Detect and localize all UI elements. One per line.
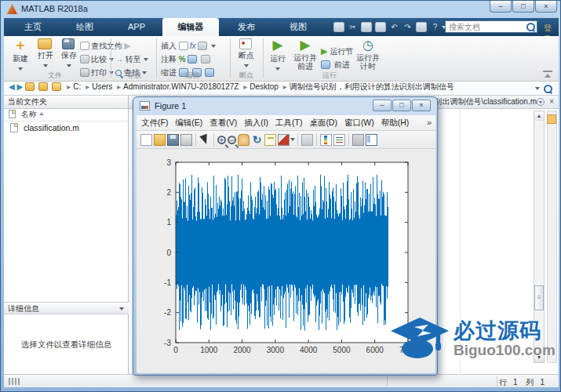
ribbon-collapse-icon[interactable] xyxy=(543,71,552,79)
editor-warning-indicator[interactable] xyxy=(547,114,556,124)
titlebar[interactable]: MATLAB R2018a – □ × xyxy=(1,1,561,18)
zoom-in-icon[interactable]: + xyxy=(217,136,226,144)
run-button[interactable]: ▶ 运行 xyxy=(266,38,290,73)
open-file-icon[interactable] xyxy=(154,134,166,146)
run-icon: ▶ xyxy=(272,38,282,53)
scrollbar-thumb[interactable]: ≡ xyxy=(534,285,544,310)
menu-desktop[interactable]: 桌面(D) xyxy=(309,115,337,130)
close-button[interactable]: × xyxy=(535,1,557,13)
menu-help[interactable]: 帮助(H) xyxy=(381,115,410,130)
tab-publish[interactable]: 发布 xyxy=(220,18,272,36)
figure-menubar: 文件(F) 编辑(E) 查看(V) 插入(I) 工具(T) 桌面(D) 窗口(W… xyxy=(137,115,435,131)
qat-print-icon[interactable] xyxy=(416,22,427,32)
scroll-up-icon[interactable]: ▲ xyxy=(534,111,544,121)
comment-row[interactable]: 注释 % xyxy=(161,53,212,65)
qat-paste-icon[interactable] xyxy=(375,22,386,32)
print-figure-icon[interactable] xyxy=(180,134,192,146)
search-icon[interactable] xyxy=(526,23,535,31)
menu-file[interactable]: 文件(F) xyxy=(141,115,168,130)
show-plot-tools-icon[interactable] xyxy=(366,134,377,146)
breakpoints-button[interactable]: 断点 xyxy=(233,38,260,70)
hide-plot-tools-icon[interactable] xyxy=(352,134,364,146)
name-column-header[interactable]: 名称 xyxy=(4,109,128,122)
current-folder-header[interactable]: 当前文件夹 xyxy=(4,96,128,109)
qat-help-icon[interactable]: ? xyxy=(429,21,441,33)
doc-search-input[interactable]: 搜索文档 xyxy=(445,20,537,33)
editor-tab-menu-icon[interactable] xyxy=(537,98,545,106)
svg-text:4000: 4000 xyxy=(300,346,318,354)
comment-icon[interactable]: % xyxy=(179,55,186,64)
qat-undo-icon[interactable]: ↶ xyxy=(388,21,400,33)
maximize-button[interactable]: □ xyxy=(512,1,534,13)
figure-maximize-button[interactable]: □ xyxy=(392,100,411,111)
svg-text:-1: -1 xyxy=(164,278,171,287)
compare-button[interactable]: 比较 xyxy=(80,53,114,65)
qat-save-icon[interactable] xyxy=(333,22,344,32)
crumb-project-folder[interactable]: 调制信号识别，利用设计的算法识别出调制信号 xyxy=(290,82,454,91)
advance-button[interactable]: 前进 xyxy=(321,59,350,71)
menu-overflow-icon[interactable]: » xyxy=(427,115,432,130)
new-figure-icon[interactable] xyxy=(140,134,152,146)
rotate3d-icon[interactable]: ↻ xyxy=(251,134,263,146)
details-collapse-icon[interactable] xyxy=(119,307,124,310)
figure-titlebar[interactable]: Figure 1 – □ × xyxy=(133,97,437,115)
up-folder-icon[interactable] xyxy=(25,82,35,91)
crumb-users[interactable]: Users xyxy=(92,82,112,91)
wrap-comment-icon[interactable] xyxy=(201,55,210,64)
brush-icon[interactable] xyxy=(278,134,290,146)
data-cursor-icon[interactable] xyxy=(264,134,276,146)
address-bar[interactable]: ◀ ▶ ▸C: ▸Users ▸Administrator.WIN7U-2018… xyxy=(4,82,559,96)
uncomment-icon[interactable] xyxy=(188,55,197,64)
crumb-user[interactable]: Administrator.WIN7U-20180127Z xyxy=(123,82,239,91)
menu-view[interactable]: 查看(V) xyxy=(209,115,237,130)
insert-section-icon[interactable] xyxy=(179,42,188,50)
tab-home[interactable]: 主页 xyxy=(7,18,59,36)
minimize-button[interactable]: – xyxy=(490,1,512,13)
zoom-out-icon[interactable]: − xyxy=(228,136,236,144)
link-plot-icon[interactable] xyxy=(301,134,313,146)
browse-folder-icon[interactable] xyxy=(38,82,48,91)
nav-back-icon[interactable]: ◀ xyxy=(9,82,15,91)
address-dropdown-icon[interactable] xyxy=(535,87,540,90)
pan-icon[interactable] xyxy=(238,134,250,146)
tab-apps[interactable]: APP xyxy=(111,18,162,36)
menu-tools[interactable]: 工具(T) xyxy=(275,115,302,130)
edit-plot-icon[interactable] xyxy=(199,134,210,146)
open-button[interactable]: 打开 xyxy=(34,38,57,70)
save-figure-icon[interactable] xyxy=(167,134,179,146)
insert-row[interactable]: 插入 fx xyxy=(161,40,216,52)
figure-close-button[interactable]: × xyxy=(412,100,431,111)
nav-back-forward[interactable]: ◀ ▶ xyxy=(115,40,131,52)
crumb-drive[interactable]: C: xyxy=(73,82,81,91)
insert-colorbar-icon[interactable] xyxy=(320,134,332,146)
run-section-button[interactable]: ▶ 运行节 xyxy=(321,45,353,57)
brush-dropdown-icon[interactable] xyxy=(290,138,295,141)
tab-plots[interactable]: 绘图 xyxy=(59,18,111,36)
insert-legend-icon[interactable] xyxy=(333,134,345,146)
qat-redo-icon[interactable]: ↷ xyxy=(402,21,413,33)
qat-cut-icon[interactable]: ✂ xyxy=(347,21,359,33)
crumb-desktop[interactable]: Desktop xyxy=(250,82,279,91)
new-button[interactable]: + 新建 xyxy=(9,38,32,73)
run-advance-button[interactable]: ▶ 运行并前进 xyxy=(291,38,319,71)
menu-window[interactable]: 窗口(W) xyxy=(344,115,374,130)
fx-icon[interactable]: fx xyxy=(190,42,196,50)
file-row-classification[interactable]: classification.m xyxy=(4,122,128,134)
file-type-icon xyxy=(9,110,16,118)
goto-button[interactable]: → 转至 xyxy=(115,53,148,65)
menu-insert[interactable]: 插入(I) xyxy=(244,115,268,130)
nav-forward-icon[interactable]: ▶ xyxy=(16,82,23,91)
statusbar-grip[interactable] xyxy=(9,378,20,385)
tab-editor[interactable]: 编辑器 xyxy=(162,18,219,36)
menu-edit[interactable]: 编辑(E) xyxy=(175,115,202,130)
tab-view[interactable]: 视图 xyxy=(272,18,324,36)
details-panel-header[interactable]: 详细信息 xyxy=(4,302,129,314)
figure-minimize-button[interactable]: – xyxy=(373,100,392,111)
editor-tab-close-icon[interactable]: × xyxy=(549,97,554,106)
insert-block-icon[interactable] xyxy=(198,42,207,50)
print-button[interactable]: 打印 xyxy=(80,67,114,78)
run-time-button[interactable]: ◷ 运行并计时 xyxy=(354,38,382,71)
address-search-icon[interactable] xyxy=(544,85,552,93)
save-button[interactable]: 保存 xyxy=(57,38,81,70)
qat-copy-icon[interactable] xyxy=(361,22,372,32)
